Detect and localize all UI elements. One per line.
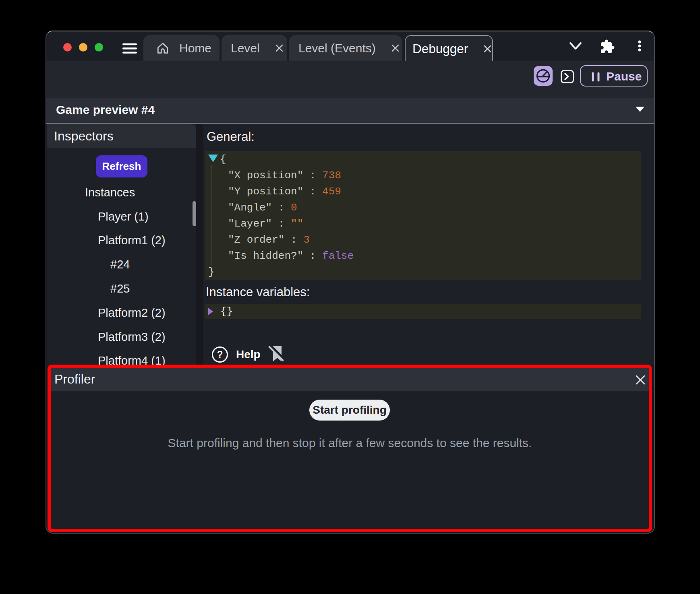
svg-text:?: ?	[217, 349, 223, 360]
